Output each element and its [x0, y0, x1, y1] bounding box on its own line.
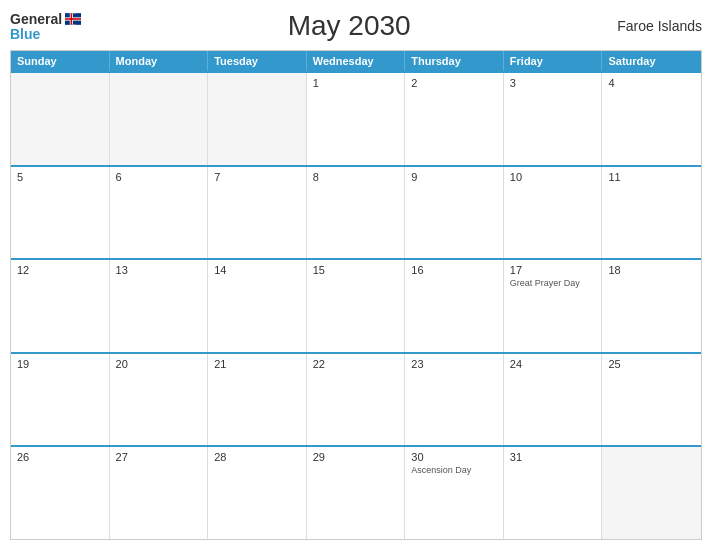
day-cell: 3: [504, 73, 603, 165]
day-cell: 29: [307, 447, 406, 539]
day-cell: [208, 73, 307, 165]
day-cell: 20: [110, 354, 209, 446]
header-saturday: Saturday: [602, 51, 701, 71]
day-number: 12: [17, 264, 103, 276]
header-tuesday: Tuesday: [208, 51, 307, 71]
day-number: 14: [214, 264, 300, 276]
header-friday: Friday: [504, 51, 603, 71]
region-label: Faroe Islands: [617, 18, 702, 34]
day-cell: 23: [405, 354, 504, 446]
day-number: 26: [17, 451, 103, 463]
header-sunday: Sunday: [11, 51, 110, 71]
calendar-header-section: General Blue May 2030 Faroe Islands: [10, 10, 702, 42]
day-cell: 15: [307, 260, 406, 352]
day-cell: 8: [307, 167, 406, 259]
day-number: 19: [17, 358, 103, 370]
day-number: 11: [608, 171, 695, 183]
header-monday: Monday: [110, 51, 209, 71]
day-number: 27: [116, 451, 202, 463]
logo-icon: [65, 11, 81, 27]
svg-rect-8: [65, 18, 81, 20]
day-cell: 22: [307, 354, 406, 446]
day-cell: 31: [504, 447, 603, 539]
day-number: 9: [411, 171, 497, 183]
day-number: 20: [116, 358, 202, 370]
day-number: 21: [214, 358, 300, 370]
day-cell: [110, 73, 209, 165]
day-cell: [602, 447, 701, 539]
day-number: 13: [116, 264, 202, 276]
day-number: 1: [313, 77, 399, 89]
day-number: 6: [116, 171, 202, 183]
day-number: 30: [411, 451, 497, 463]
day-number: 10: [510, 171, 596, 183]
day-cell: 13: [110, 260, 209, 352]
week-row-3: 19202122232425: [11, 352, 701, 446]
calendar-title: May 2030: [288, 10, 411, 42]
day-number: 16: [411, 264, 497, 276]
day-cell: 25: [602, 354, 701, 446]
day-number: 31: [510, 451, 596, 463]
logo-blue-text: Blue: [10, 27, 40, 41]
week-row-0: 1234: [11, 71, 701, 165]
weekday-header: Sunday Monday Tuesday Wednesday Thursday…: [11, 51, 701, 71]
day-number: 24: [510, 358, 596, 370]
day-cell: 4: [602, 73, 701, 165]
day-cell: 26: [11, 447, 110, 539]
day-cell: 19: [11, 354, 110, 446]
day-cell: 10: [504, 167, 603, 259]
day-number: 2: [411, 77, 497, 89]
logo-general-text: General: [10, 12, 62, 26]
day-cell: 27: [110, 447, 209, 539]
week-row-2: 121314151617Great Prayer Day18: [11, 258, 701, 352]
day-number: 22: [313, 358, 399, 370]
calendar: Sunday Monday Tuesday Wednesday Thursday…: [10, 50, 702, 540]
calendar-body: 1234567891011121314151617Great Prayer Da…: [11, 71, 701, 539]
day-cell: 1: [307, 73, 406, 165]
day-cell: 14: [208, 260, 307, 352]
day-cell: [11, 73, 110, 165]
day-number: 7: [214, 171, 300, 183]
day-cell: 12: [11, 260, 110, 352]
day-number: 4: [608, 77, 695, 89]
day-cell: 18: [602, 260, 701, 352]
day-cell: 28: [208, 447, 307, 539]
day-event: Ascension Day: [411, 465, 497, 476]
day-number: 29: [313, 451, 399, 463]
day-number: 8: [313, 171, 399, 183]
day-number: 17: [510, 264, 596, 276]
logo: General Blue: [10, 11, 81, 41]
day-cell: 16: [405, 260, 504, 352]
day-number: 28: [214, 451, 300, 463]
day-cell: 2: [405, 73, 504, 165]
svg-rect-9: [71, 13, 73, 24]
day-number: 18: [608, 264, 695, 276]
header-thursday: Thursday: [405, 51, 504, 71]
day-cell: 24: [504, 354, 603, 446]
day-cell: 5: [11, 167, 110, 259]
day-cell: 9: [405, 167, 504, 259]
day-number: 23: [411, 358, 497, 370]
day-cell: 11: [602, 167, 701, 259]
day-cell: 30Ascension Day: [405, 447, 504, 539]
day-event: Great Prayer Day: [510, 278, 596, 289]
header-wednesday: Wednesday: [307, 51, 406, 71]
day-cell: 21: [208, 354, 307, 446]
week-row-4: 2627282930Ascension Day31: [11, 445, 701, 539]
week-row-1: 567891011: [11, 165, 701, 259]
day-number: 5: [17, 171, 103, 183]
day-cell: 17Great Prayer Day: [504, 260, 603, 352]
day-number: 3: [510, 77, 596, 89]
day-number: 15: [313, 264, 399, 276]
day-cell: 6: [110, 167, 209, 259]
day-cell: 7: [208, 167, 307, 259]
day-number: 25: [608, 358, 695, 370]
